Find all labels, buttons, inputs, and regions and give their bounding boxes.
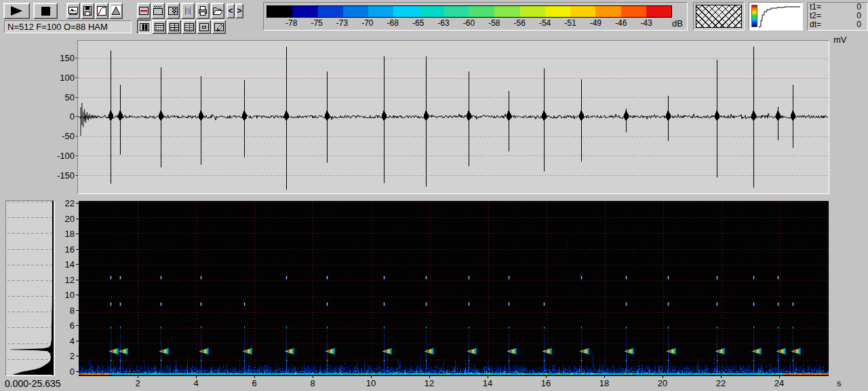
spectrogram-x-tick: 18 (575, 378, 633, 388)
palette-strip-icon (751, 5, 757, 27)
window-function-button[interactable] (109, 3, 123, 19)
spectrogram-x-tick: 24 (750, 378, 808, 388)
spectrogram-panel[interactable] (79, 201, 829, 376)
play-icon (11, 6, 22, 16)
spectrogram-y-axis: 2220181614121086420 (58, 199, 75, 376)
display-ruler-icon (153, 5, 163, 16)
edit-button[interactable] (212, 20, 226, 34)
layout-ruler-button[interactable] (152, 20, 166, 34)
next-icon: > (237, 6, 241, 16)
spectrogram-y-tick: 12 (58, 276, 75, 284)
waveform-unit-label: mV (833, 35, 847, 45)
spectrogram-y-tick: 18 (58, 229, 75, 238)
time-marker-value: 0 (856, 20, 861, 29)
time-range-label: 0.000-25.635 (5, 378, 61, 389)
display-box-icon (138, 5, 149, 16)
waveform-panel[interactable] (77, 40, 829, 194)
color-scale-tick: -46 (608, 18, 633, 28)
average-spectrum-plot[interactable] (6, 201, 54, 375)
color-scale-tick: -54 (532, 18, 557, 28)
spectrogram-x-unit: s (837, 378, 842, 388)
layout-inner-box-button[interactable] (197, 20, 211, 34)
layout-crosshair-icon (184, 22, 195, 33)
color-scale-tick: -68 (380, 18, 406, 28)
open-button[interactable] (211, 3, 224, 19)
toolbar: S < > N=512 F=100 O=88 HAM (0, 0, 868, 35)
curve-button[interactable] (95, 3, 108, 19)
waveform-y-tick: -100 (47, 151, 75, 160)
color-scale-tick: -65 (406, 18, 431, 28)
spectrogram-y-tick: 4 (58, 337, 75, 346)
spectrogram-x-tick: 10 (342, 378, 400, 388)
display-ruler-button[interactable] (151, 3, 165, 19)
time-marker-row: dt= 0 (808, 20, 867, 29)
color-scale-tick: -43 (633, 18, 658, 28)
color-scale-tick: -58 (481, 18, 507, 28)
spectrogram-x-tick: 8 (283, 378, 342, 388)
scope-button[interactable] (66, 3, 80, 19)
next-button[interactable]: > (235, 3, 243, 18)
status-text: N=512 F=100 O=88 HAM (7, 22, 108, 32)
color-scale-gradient (267, 5, 672, 18)
spectrogram-plot[interactable] (79, 201, 829, 376)
layout-crosshair-button[interactable] (182, 20, 196, 34)
spectrogram-y-tick: 0 (58, 367, 75, 376)
spectrogram-x-axis: 24681012141618202224 (108, 378, 808, 388)
layout-ruler-icon (154, 22, 165, 33)
color-scale-tick: -75 (304, 18, 329, 28)
waveform-y-tick: -150 (47, 171, 75, 180)
spectrogram-x-tick: 16 (517, 378, 575, 388)
save-icon (82, 5, 93, 16)
display-box-button[interactable] (137, 3, 151, 19)
layout-bars-button[interactable] (137, 20, 151, 34)
color-scale-panel: -78-75-73-70-68-65-63-60-58-56-54-51-49-… (263, 2, 688, 31)
display-checker-icon (167, 5, 178, 16)
stop-icon (41, 7, 50, 16)
spectrogram-x-tick: 4 (167, 378, 225, 388)
print-button[interactable] (196, 3, 210, 19)
color-scale-tick: -60 (456, 18, 481, 28)
play-button[interactable] (3, 3, 30, 19)
layout-bars-icon (139, 22, 150, 33)
color-scale-tick: -63 (431, 18, 456, 28)
waveform-y-tick: -50 (47, 132, 75, 141)
print-icon (197, 5, 208, 16)
average-spectrum-panel[interactable] (5, 200, 55, 376)
spectrogram-y-tick: 6 (58, 321, 75, 330)
waveform-y-tick: 0 (47, 112, 75, 121)
waveform-plot[interactable] (78, 41, 829, 193)
color-scale-tick: -56 (507, 18, 532, 28)
scope-icon (68, 5, 79, 16)
save-button[interactable] (81, 3, 94, 19)
spectrogram-x-tick: 2 (108, 378, 167, 388)
layout-grid-button[interactable] (167, 20, 181, 34)
s-icon: S (182, 5, 193, 16)
open-icon (212, 5, 223, 16)
transfer-curve-icon (759, 4, 802, 29)
stop-button[interactable] (33, 3, 58, 19)
palette-curve-box[interactable] (749, 2, 803, 31)
curve-icon (96, 5, 107, 16)
prev-button[interactable]: < (226, 3, 235, 18)
window-function-icon (111, 5, 121, 16)
time-marker-panel: t1= 0 t2= 0 dt= 0 (807, 2, 868, 31)
edit-icon (214, 22, 224, 33)
time-marker-label: dt= (810, 20, 821, 29)
waveform-y-tick: 100 (47, 73, 75, 82)
display-checker-button[interactable] (166, 3, 180, 19)
hatch-pattern-box[interactable] (693, 2, 745, 31)
spectrogram-y-tick: 2 (58, 352, 75, 360)
spectrogram-y-tick: 14 (58, 260, 75, 269)
color-scale-labels: -78-75-73-70-68-65-63-60-58-56-54-51-49-… (279, 18, 660, 28)
spectrogram-y-tick: 20 (58, 215, 75, 223)
spectrogram-y-tick: 16 (58, 245, 75, 254)
color-scale-tick: -70 (355, 18, 380, 28)
color-scale-tick: -51 (557, 18, 583, 28)
hatch-pattern-icon (696, 5, 742, 28)
s-button[interactable]: S (181, 3, 195, 19)
waveform-y-tick: 150 (47, 54, 75, 62)
color-scale-tick: -49 (583, 18, 608, 28)
layout-grid-icon (169, 22, 180, 33)
status-readout: N=512 F=100 O=88 HAM (4, 20, 132, 33)
spectrogram-y-tick: 10 (58, 291, 75, 299)
